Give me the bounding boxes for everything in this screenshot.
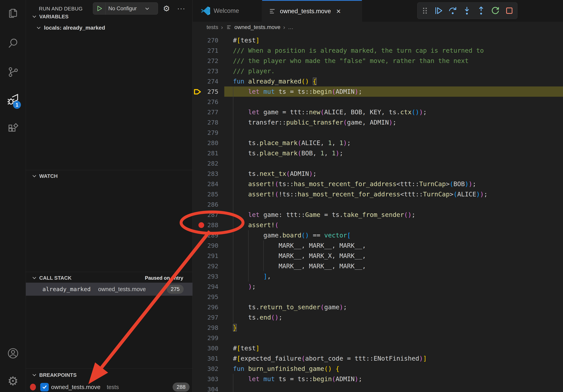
gutter[interactable]: 299	[193, 333, 224, 343]
gutter[interactable]: 281	[193, 148, 224, 158]
breadcrumb-folder[interactable]: tests	[206, 24, 218, 30]
code-line-290[interactable]: 290 MARK__, MARK__, MARK__,	[193, 240, 563, 251]
code-line-288[interactable]: 288 assert!(	[193, 220, 563, 230]
gutter[interactable]: 279	[193, 128, 224, 138]
code-line-276[interactable]: 276	[193, 97, 563, 107]
code-line-301[interactable]: 301#[expected_failure(abort_code = ttt::…	[193, 353, 563, 364]
gutter[interactable]: 300	[193, 343, 224, 353]
section-variables[interactable]: VARIABLES	[26, 12, 192, 21]
code-line-298[interactable]: 298}	[193, 323, 563, 333]
code-line-273[interactable]: 273/// player.	[193, 66, 563, 76]
step-over-button[interactable]	[448, 6, 458, 15]
gutter[interactable]: 287	[193, 210, 224, 220]
gutter[interactable]: 286	[193, 199, 224, 210]
gutter[interactable]: 298	[193, 323, 224, 333]
code-line-274[interactable]: 274fun already_marked() {	[193, 76, 563, 86]
gutter[interactable]: 302	[193, 364, 224, 374]
sidebar-item-search[interactable]	[0, 34, 26, 53]
code-line-300[interactable]: 300#[test]	[193, 343, 563, 353]
stop-button[interactable]	[505, 6, 514, 15]
gutter[interactable]: 275	[193, 86, 224, 97]
step-into-button[interactable]	[462, 6, 472, 15]
gutter[interactable]: 277	[193, 107, 224, 117]
code-line-297[interactable]: 297 ts.end();	[193, 312, 563, 323]
section-watch[interactable]: WATCH	[26, 172, 192, 180]
code-line-287[interactable]: 287 let game: ttt::Game = ts.take_from_s…	[193, 210, 563, 220]
close-icon[interactable]: ✕	[336, 8, 341, 15]
continue-button[interactable]	[434, 6, 443, 15]
gutter[interactable]: 282	[193, 158, 224, 169]
gutter[interactable]: 297	[193, 312, 224, 323]
code-line-280[interactable]: 280 ts.place_mark(ALICE, 1, 1);	[193, 138, 563, 148]
gutter[interactable]: 273	[193, 66, 224, 76]
gutter[interactable]: 278	[193, 117, 224, 128]
code-line-295[interactable]: 295	[193, 292, 563, 302]
code-line-275[interactable]: 275 let mut ts = ts::begin(ADMIN);	[193, 86, 563, 97]
gutter[interactable]: 274	[193, 76, 224, 86]
code-line-293[interactable]: 293 ],	[193, 271, 563, 281]
sidebar-item-explorer[interactable]	[0, 3, 26, 22]
accounts-icon[interactable]	[0, 344, 26, 363]
gutter[interactable]: 293	[193, 271, 224, 281]
drag-handle-icon[interactable]	[421, 6, 429, 15]
gutter[interactable]: 290	[193, 240, 224, 251]
code-line-286[interactable]: 286	[193, 199, 563, 210]
code-line-292[interactable]: 292 MARK__, MARK__, MARK__,	[193, 261, 563, 271]
gutter[interactable]: 291	[193, 251, 224, 261]
gutter[interactable]: 285	[193, 189, 224, 199]
code-line-302[interactable]: 302fun burn_unfinished_game() {	[193, 364, 563, 374]
code-line-289[interactable]: 289 game.board() == vector[	[193, 230, 563, 240]
gutter[interactable]: 272	[193, 56, 224, 66]
gutter[interactable]: 303	[193, 374, 224, 384]
code-line-285[interactable]: 285 assert!(!ts::has_most_recent_for_add…	[193, 189, 563, 199]
gutter[interactable]: 270	[193, 35, 224, 45]
code-line-278[interactable]: 278 transfer::public_transfer(game, ADMI…	[193, 117, 563, 128]
code-line-279[interactable]: 279	[193, 128, 563, 138]
gutter[interactable]: 288	[193, 220, 224, 230]
code-line-284[interactable]: 284 assert!(ts::has_most_recent_for_addr…	[193, 179, 563, 189]
gutter[interactable]: 292	[193, 261, 224, 271]
variables-scope-locals[interactable]: locals: already_marked	[26, 23, 192, 32]
gutter[interactable]: 289	[193, 230, 224, 240]
gutter[interactable]: 276	[193, 97, 224, 107]
restart-button[interactable]	[491, 6, 500, 15]
gutter[interactable]: 271	[193, 45, 224, 56]
breadcrumb-more[interactable]: …	[288, 24, 294, 30]
sidebar-item-source-control[interactable]	[0, 63, 26, 81]
sidebar-item-run-and-debug[interactable]: 1	[0, 90, 26, 109]
gutter[interactable]: 296	[193, 302, 224, 312]
code-line-282[interactable]: 282	[193, 158, 563, 169]
code-line-304[interactable]: 304	[193, 384, 563, 392]
code-line-291[interactable]: 291 MARK__, MARK_X, MARK__,	[193, 251, 563, 261]
settings-gear-icon[interactable]: ⚙	[0, 371, 26, 391]
start-debug-icon[interactable]	[93, 5, 105, 12]
tab-owned-tests[interactable]: owned_tests.move ✕	[262, 0, 362, 22]
code-line-281[interactable]: 281 ts.place_mark(BOB, 1, 1);	[193, 148, 563, 158]
code-line-283[interactable]: 283 ts.next_tx(ADMIN);	[193, 169, 563, 179]
code-line-296[interactable]: 296 ts.return_to_sender(game);	[193, 302, 563, 312]
sidebar-item-extensions[interactable]	[0, 119, 26, 138]
code-line-294[interactable]: 294 );	[193, 281, 563, 292]
code-line-272[interactable]: 272/// the player who made the "false" m…	[193, 56, 563, 66]
call-stack-frame[interactable]: already_marked owned_tests.move 275	[26, 283, 192, 296]
tab-welcome[interactable]: Welcome	[193, 0, 262, 22]
breakpoint-checkbox[interactable]	[40, 383, 49, 392]
gutter[interactable]: 284	[193, 179, 224, 189]
gutter[interactable]: 283	[193, 169, 224, 179]
gutter[interactable]: 280	[193, 138, 224, 148]
gutter[interactable]: 301	[193, 353, 224, 364]
code-line-299[interactable]: 299	[193, 333, 563, 343]
code-area[interactable]: 270#[test]271/// When a position is alre…	[193, 33, 563, 392]
line-number: 289	[199, 230, 218, 240]
code-line-277[interactable]: 277 let game = ttt::new(ALICE, BOB, KEY,…	[193, 107, 563, 117]
step-out-button[interactable]	[476, 6, 486, 15]
breadcrumb-file[interactable]: owned_tests.move	[234, 24, 280, 30]
breakpoint-list-item[interactable]: owned_tests.move tests 288	[26, 381, 192, 392]
code-line-271[interactable]: 271/// When a position is already marked…	[193, 45, 563, 56]
section-breakpoints[interactable]: BREAKPOINTS	[26, 371, 192, 379]
code-line-303[interactable]: 303 let mut ts = ts::begin(ADMIN);	[193, 374, 563, 384]
gutter[interactable]: 295	[193, 292, 224, 302]
code-line-270[interactable]: 270#[test]	[193, 35, 563, 45]
gutter[interactable]: 294	[193, 281, 224, 292]
gutter[interactable]: 304	[193, 384, 224, 392]
